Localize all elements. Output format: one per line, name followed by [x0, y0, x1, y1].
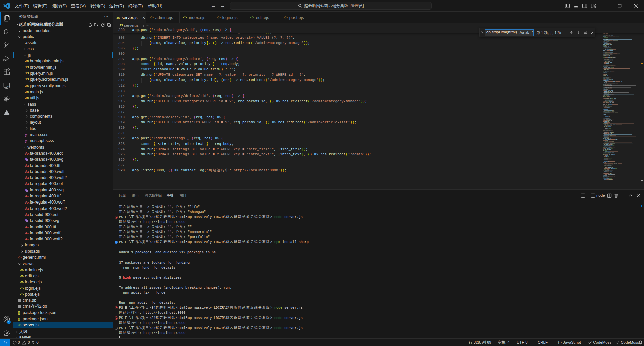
svg-text:SI: SI: [7, 85, 9, 88]
